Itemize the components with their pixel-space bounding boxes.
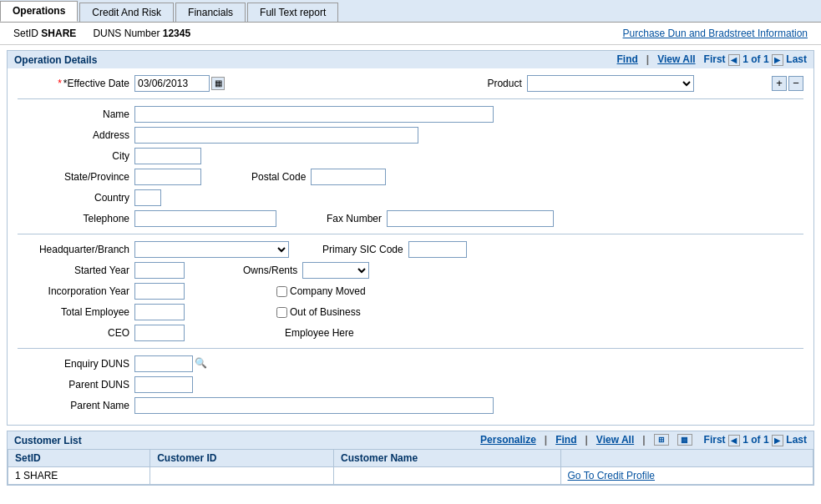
- company-moved-row: Company Moved: [276, 285, 366, 297]
- incorporation-year-label: Incorporation Year: [18, 285, 134, 297]
- customer-list-section: Customer List Personalize | Find | View …: [7, 431, 814, 486]
- ceo-label: CEO: [18, 327, 134, 339]
- customer-table-header-row: SetID Customer ID Customer Name: [8, 450, 813, 467]
- operation-details-section: Operation Details Find | View All First …: [7, 50, 814, 426]
- started-owns-row: Started Year Owns/Rents: [18, 262, 803, 279]
- col-setid: SetID: [8, 450, 150, 467]
- name-input[interactable]: [134, 106, 494, 123]
- tab-full-text-report[interactable]: Full Text report: [247, 3, 338, 22]
- tab-financials[interactable]: Financials: [175, 3, 246, 22]
- state-postal-row: State/Province Postal Code: [18, 169, 803, 185]
- table-row: 1 SHARE Go To Credit Profile: [8, 467, 813, 485]
- tab-credit-and-risk[interactable]: Credit And Risk: [79, 3, 174, 22]
- col-action: [560, 450, 813, 467]
- calendar-icon[interactable]: ▦: [211, 77, 225, 90]
- city-label: City: [18, 150, 134, 162]
- out-of-business-checkbox[interactable]: [276, 307, 287, 318]
- company-moved-checkbox[interactable]: [276, 286, 287, 297]
- incorporation-year-input[interactable]: [134, 283, 185, 300]
- purchase-link[interactable]: Purchase Dun and Bradstreet Information: [623, 28, 808, 39]
- customer-list-view-all-link[interactable]: View All: [596, 434, 634, 446]
- parent-name-row: Parent Name: [18, 397, 803, 414]
- employee-here-label: Employee Here: [285, 327, 354, 339]
- employee-oob-row: Total Employee Out of Business: [18, 304, 803, 320]
- parent-duns-label: Parent DUNS: [18, 379, 134, 391]
- go-to-credit-profile-link[interactable]: Go To Credit Profile: [560, 467, 813, 485]
- remove-row-button[interactable]: −: [788, 76, 803, 91]
- customer-list-body: SetID Customer ID Customer Name 1 SHARE …: [8, 449, 813, 485]
- last-btn[interactable]: ▶: [772, 54, 783, 66]
- operation-details-body: *Effective Date ▦ Product + − Name Addre…: [8, 68, 813, 425]
- header-row: SetID SHARE DUNS Number 12345 Purchase D…: [0, 23, 821, 45]
- customer-list-nav-info: First ◀ 1 of 1 ▶ Last: [704, 434, 807, 446]
- header-ids: SetID SHARE DUNS Number 12345: [13, 28, 190, 39]
- out-of-business-label: Out of Business: [290, 306, 361, 318]
- ceo-input[interactable]: [134, 325, 185, 341]
- hq-branch-select[interactable]: [134, 241, 289, 258]
- effective-date-product-row: *Effective Date ▦ Product + −: [18, 75, 803, 92]
- view-all-link[interactable]: View All: [657, 53, 695, 66]
- product-select[interactable]: [527, 75, 694, 92]
- country-row: Country: [18, 189, 803, 206]
- owns-rents-label: Owns/Rents: [243, 265, 297, 276]
- out-of-business-row: Out of Business: [276, 306, 361, 318]
- effective-date-label: *Effective Date: [18, 78, 134, 89]
- state-input[interactable]: [134, 169, 201, 185]
- country-label: Country: [18, 192, 134, 204]
- find-link[interactable]: Find: [617, 53, 638, 66]
- customer-list-icon1[interactable]: ⊞: [654, 434, 669, 446]
- duns-value: 12345: [163, 28, 190, 39]
- address-row: Address: [18, 127, 803, 144]
- customer-table: SetID Customer ID Customer Name 1 SHARE …: [8, 449, 813, 485]
- tel-fax-row: Telephone Fax Number: [18, 210, 803, 227]
- setid-label: SetID SHARE: [13, 28, 76, 39]
- owns-rents-select[interactable]: [302, 262, 369, 279]
- customer-list-personalize-link[interactable]: Personalize: [480, 434, 536, 446]
- address-input[interactable]: [134, 127, 418, 144]
- duns-label: DUNS Number 12345: [93, 28, 190, 39]
- inc-year-row: Incorporation Year Company Moved: [18, 283, 803, 300]
- tab-operations[interactable]: Operations: [0, 1, 78, 22]
- primary-sic-label: Primary SIC Code: [322, 244, 403, 255]
- product-label: Product: [460, 78, 527, 89]
- country-input[interactable]: [134, 189, 161, 206]
- name-label: Name: [18, 108, 134, 120]
- customer-list-first-btn[interactable]: ◀: [728, 435, 740, 446]
- parent-name-input[interactable]: [134, 397, 494, 414]
- primary-sic-input[interactable]: [408, 241, 467, 258]
- postal-code-input[interactable]: [311, 169, 386, 185]
- operation-details-header: Operation Details Find | View All First …: [8, 51, 813, 68]
- operation-details-actions: Find | View All First ◀ 1 of 1 ▶ Last: [617, 53, 807, 66]
- fax-input[interactable]: [387, 210, 554, 227]
- customer-list-icon2[interactable]: ▦: [677, 434, 692, 446]
- total-employee-label: Total Employee: [18, 306, 134, 318]
- ceo-employee-row: CEO Employee Here: [18, 325, 803, 341]
- telephone-label: Telephone: [18, 213, 134, 224]
- fax-label: Fax Number: [327, 213, 382, 224]
- customer-list-actions: Personalize | Find | View All | ⊞ ▦ Firs…: [480, 434, 807, 446]
- first-btn[interactable]: ◀: [728, 54, 740, 66]
- started-year-input[interactable]: [134, 262, 185, 279]
- enquiry-duns-label: Enquiry DUNS: [18, 358, 134, 370]
- hq-branch-label: Headquarter/Branch: [18, 244, 134, 255]
- parent-duns-input[interactable]: [134, 376, 193, 393]
- effective-date-input[interactable]: [134, 75, 210, 92]
- row-customer-id: [150, 467, 334, 485]
- row-setid: 1 SHARE: [8, 467, 150, 485]
- nav-info: First ◀ 1 of 1 ▶ Last: [704, 53, 807, 66]
- customer-list-find-link[interactable]: Find: [555, 434, 576, 446]
- enquiry-duns-input[interactable]: [134, 355, 193, 372]
- enquiry-duns-lookup-icon[interactable]: 🔍: [195, 357, 208, 370]
- enquiry-duns-row: Enquiry DUNS 🔍: [18, 355, 803, 372]
- customer-list-last-btn[interactable]: ▶: [772, 435, 783, 446]
- customer-list-header: Customer List Personalize | Find | View …: [8, 431, 813, 449]
- total-employee-input[interactable]: [134, 304, 185, 320]
- setid-value: SHARE: [41, 28, 76, 39]
- operation-details-title: Operation Details: [14, 54, 97, 66]
- add-row-button[interactable]: +: [772, 76, 787, 91]
- city-row: City: [18, 148, 803, 164]
- parent-duns-row: Parent DUNS: [18, 376, 803, 393]
- telephone-input[interactable]: [134, 210, 276, 227]
- city-input[interactable]: [134, 148, 201, 164]
- col-customer-name: Customer Name: [334, 450, 560, 467]
